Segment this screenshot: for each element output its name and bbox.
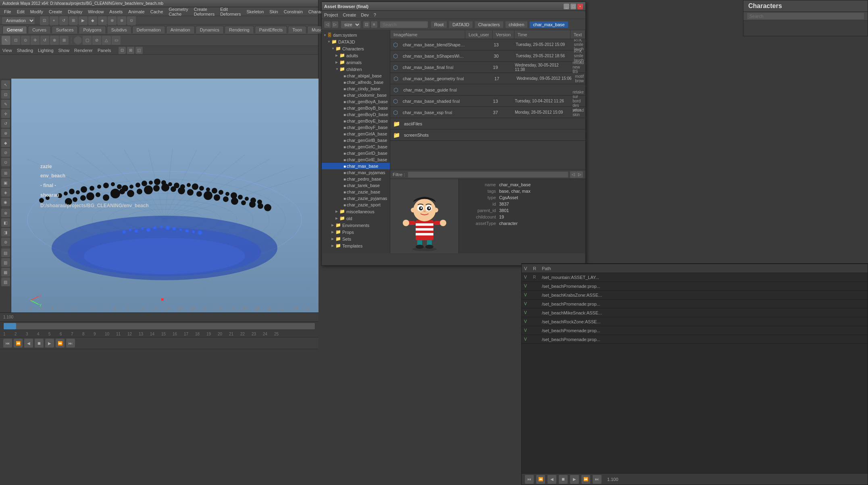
tree-item-miscellaneous[interactable]: ▶ 📁 miscellaneous bbox=[322, 208, 390, 215]
toolbar-icon-4[interactable]: ⊞ bbox=[69, 16, 78, 25]
tree-item-char-zazie-base[interactable]: ■ char_zazie_base bbox=[322, 189, 390, 195]
close-button[interactable]: × bbox=[577, 4, 583, 9]
animation-mode-selector[interactable]: Animation bbox=[2, 17, 35, 25]
br-play-2[interactable]: ⏪ bbox=[536, 475, 545, 484]
col-lock[interactable]: Lock_user bbox=[465, 30, 493, 39]
br-row-8[interactable]: V /set_beachPromenade:prop... bbox=[522, 335, 868, 344]
maya-icon-scale[interactable]: ⊕ bbox=[50, 36, 59, 45]
menu-file[interactable]: File bbox=[2, 8, 14, 15]
left-tool-19[interactable]: ▤ bbox=[1, 248, 10, 257]
filter-icon-1[interactable]: ◁ bbox=[570, 171, 577, 178]
ab-tree[interactable]: ▼ 🗄 dam:system ▼ 📁 DATA3D ▼ 📁 Characters… bbox=[322, 30, 390, 253]
left-tool-snap2[interactable]: ▣ bbox=[1, 178, 10, 187]
maya-icon-cube[interactable]: ▢ bbox=[83, 36, 92, 45]
tree-item-char-max-pyjamas[interactable]: ■ char_max_pyjamas bbox=[322, 169, 390, 176]
tree-item-data3d[interactable]: ▼ 📁 DATA3D bbox=[322, 38, 390, 45]
tree-item-char-genBoyE[interactable]: ■ char_genBoyE_base bbox=[322, 118, 390, 124]
ab-file-list[interactable]: ⬡ char_max_base_blendShapes final 13 Tue… bbox=[390, 39, 585, 170]
tree-item-char-genGirlE[interactable]: ■ char_genGirlE_base bbox=[322, 156, 390, 163]
ab-icon-2[interactable]: ▷ bbox=[332, 21, 338, 28]
left-tool-lasso[interactable]: ⊡ bbox=[1, 90, 10, 99]
left-tool-8[interactable]: ⊘ bbox=[1, 148, 10, 157]
tab-painteffects[interactable]: PaintEffects bbox=[255, 26, 287, 33]
filter-input[interactable] bbox=[408, 171, 568, 178]
tree-item-char-genGirlD[interactable]: ■ char_genGirlD_base bbox=[322, 150, 390, 156]
tree-item-char-genBoyB[interactable]: ■ char_genBoyB_base bbox=[322, 105, 390, 111]
tab-dynamics[interactable]: Dynamics bbox=[196, 26, 224, 33]
col-name[interactable]: Name bbox=[402, 30, 465, 39]
maya-icon-sphere[interactable] bbox=[74, 36, 82, 44]
tab-animation[interactable]: Animation bbox=[166, 26, 195, 33]
toolbar-icon-2[interactable]: ⌖ bbox=[50, 16, 58, 25]
br-play-6[interactable]: ⏩ bbox=[581, 475, 590, 484]
maya-icon-paint[interactable]: ⊙ bbox=[21, 36, 30, 45]
br-row-6[interactable]: V /set_beachRockZone:ASSE... bbox=[522, 317, 868, 326]
toolbar-icon-7[interactable]: ◈ bbox=[98, 16, 107, 25]
maximize-button[interactable]: □ bbox=[570, 4, 576, 9]
tree-item-children[interactable]: ▼ 📁 children bbox=[322, 66, 390, 73]
tab-general[interactable]: General bbox=[2, 26, 27, 33]
left-tool-snap1[interactable]: ⊞ bbox=[1, 169, 10, 177]
maya-icon-move[interactable]: ✛ bbox=[31, 36, 40, 45]
breadcrumb-current[interactable]: char_max_base bbox=[529, 21, 568, 28]
br-play-1[interactable]: ⏮ bbox=[525, 475, 534, 484]
tree-item-char-genGirlC[interactable]: ■ char_genGirlC_base bbox=[322, 144, 390, 150]
tab-curves[interactable]: Curves bbox=[28, 26, 51, 33]
col-image[interactable]: Image bbox=[390, 30, 402, 39]
left-tool-snap4[interactable]: ◉ bbox=[1, 198, 10, 206]
filter-icon-2[interactable]: ▷ bbox=[577, 171, 583, 178]
panel-panels[interactable]: Panels bbox=[98, 48, 111, 53]
ab-menu-dev[interactable]: Dev bbox=[361, 12, 369, 17]
menu-skeleton[interactable]: Skeleton bbox=[244, 8, 266, 15]
tab-subdivs[interactable]: Subdivs bbox=[107, 26, 131, 33]
left-tool-9[interactable]: ⊙ bbox=[1, 158, 10, 167]
toolbar-icon-5[interactable]: ▶ bbox=[79, 16, 87, 25]
ab-view-icon-2[interactable]: ≡ bbox=[371, 21, 377, 28]
file-row-geometry[interactable]: ⬡ char_max_base_geometry final 17 Wednes… bbox=[390, 73, 585, 84]
menu-animate[interactable]: Animate bbox=[126, 8, 147, 15]
view-icon-3[interactable]: ◫ bbox=[135, 47, 143, 54]
file-row-blendshapes[interactable]: ⬡ char_max_base_blendShapes final 13 Tue… bbox=[390, 39, 585, 50]
menu-geometry-cache[interactable]: Geometry Cache bbox=[167, 6, 191, 17]
ab-menu-help[interactable]: ? bbox=[374, 12, 376, 17]
left-tool-17[interactable]: ⊚ bbox=[1, 237, 10, 246]
tree-item-char-genGirlA[interactable]: ■ char_genGirlA_base bbox=[322, 131, 390, 137]
file-row-final[interactable]: ⬡ char_max_base_final final 19 Wednesday… bbox=[390, 62, 585, 73]
file-row-bshapeswip[interactable]: ⬡ char_max_base_bShapesWip final 30 Tues… bbox=[390, 50, 585, 62]
tree-item-char-genGirlB[interactable]: ■ char_genGirlB_base bbox=[322, 137, 390, 144]
tree-item-char-cindy[interactable]: ■ char_cindy_base bbox=[322, 85, 390, 92]
folder-row-asciifiles[interactable]: 📁 asciiFiles bbox=[390, 118, 585, 129]
left-tool-scale[interactable]: ⊕ bbox=[1, 129, 10, 137]
menu-create-deformers[interactable]: Create Deformers bbox=[192, 6, 217, 17]
toolbar-icon-10[interactable]: ⊙ bbox=[127, 16, 136, 25]
toolbar-icon-9[interactable]: ⊗ bbox=[117, 16, 126, 25]
folder-row-screenshots[interactable]: 📁 screenShots bbox=[390, 129, 585, 141]
tree-item-char-alfredo[interactable]: ■ char_alfredo_base bbox=[322, 79, 390, 85]
menu-edit[interactable]: Edit bbox=[15, 8, 27, 15]
menu-constrain[interactable]: Constrain bbox=[281, 8, 305, 15]
view-icon-1[interactable]: ⊡ bbox=[119, 47, 126, 54]
maya-icon-transform[interactable]: ⊞ bbox=[60, 36, 69, 45]
tree-item-char-zazie-pyjamas[interactable]: ■ char_zazie_pyjamas bbox=[322, 195, 390, 202]
file-row-xsp[interactable]: ⬡ char_max_base_xsp final 37 Monday, 28-… bbox=[390, 107, 585, 118]
br-play-7[interactable]: ⏭ bbox=[593, 475, 602, 484]
br-row-3[interactable]: V /set_beachKrabsZone:ASSE... bbox=[522, 291, 868, 300]
tree-item-animals[interactable]: ▶ 📁 animals bbox=[322, 59, 390, 66]
panel-shading[interactable]: Shading bbox=[17, 48, 33, 53]
menu-create[interactable]: Create bbox=[46, 8, 65, 15]
maya-icon-cylinder[interactable]: ⊘ bbox=[92, 36, 101, 45]
play-prev[interactable]: ⏪ bbox=[14, 339, 23, 348]
panel-lighting[interactable]: Lighting bbox=[38, 48, 54, 53]
panel-renderer[interactable]: Renderer bbox=[74, 48, 93, 53]
toolbar-icon-6[interactable]: ◆ bbox=[88, 16, 97, 25]
menu-assets[interactable]: Assets bbox=[107, 8, 125, 15]
tree-item-char-max-base[interactable]: ■ char_max_base bbox=[322, 163, 390, 169]
br-row-1[interactable]: V R /set_mountain:ASSET_LAY... bbox=[522, 273, 868, 282]
tree-item-root[interactable]: ▼ 🗄 dam:system bbox=[322, 32, 390, 38]
breadcrumb-root[interactable]: Root bbox=[431, 21, 447, 28]
left-tool-22[interactable]: ▧ bbox=[1, 277, 10, 286]
left-tool-15[interactable]: ◧ bbox=[1, 218, 10, 227]
tree-item-char-clodomir[interactable]: ■ char_clodomir_base bbox=[322, 92, 390, 98]
ab-size-selector[interactable]: size bbox=[341, 21, 361, 29]
characters-search-input[interactable] bbox=[747, 12, 864, 20]
